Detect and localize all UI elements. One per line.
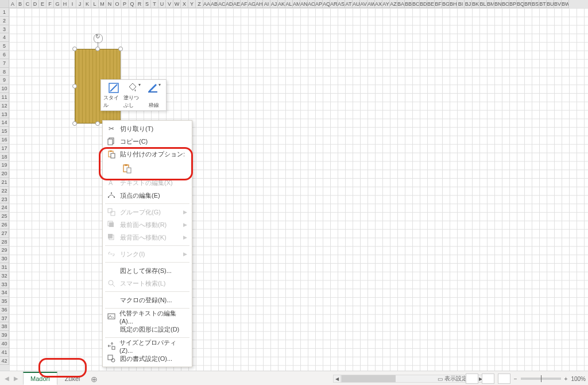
col-header[interactable]: BA [397,0,405,8]
col-header[interactable]: Z [196,0,203,8]
row-header[interactable]: 34 [0,288,9,297]
col-header[interactable]: L [91,0,99,8]
view-page-break-button[interactable] [498,374,510,384]
col-header[interactable]: AS [338,0,345,8]
row-header[interactable]: 35 [0,297,9,306]
col-header[interactable]: O [114,0,121,8]
row-header[interactable]: 39 [0,331,9,340]
row-header[interactable]: 31 [0,263,9,272]
row-header[interactable]: 11 [0,93,9,102]
col-header[interactable]: AM [293,0,300,8]
menu-alt-text[interactable]: 代替テキストの編集(A)... [103,310,192,323]
tab-nav-next-icon[interactable]: ▶ [13,375,20,382]
col-header[interactable]: K [84,0,91,8]
col-header[interactable]: N [106,0,114,8]
row-header[interactable]: 1 [0,8,9,17]
col-header[interactable]: AW [368,0,375,8]
col-header[interactable]: S [144,0,151,8]
col-header[interactable]: G [54,0,61,8]
col-header[interactable]: Q [129,0,136,8]
col-header[interactable]: AV [360,0,368,8]
col-header[interactable]: AU [353,0,360,8]
row-header[interactable]: 17 [0,144,9,153]
row-header[interactable]: 23 [0,195,9,204]
col-header[interactable]: AN [300,0,308,8]
col-header[interactable]: AJ [270,0,278,8]
row-header[interactable]: 41 [0,348,9,357]
col-header[interactable]: AQ [323,0,330,8]
outline-button[interactable]: ▾ 枠線 [144,82,164,109]
row-header[interactable]: 33 [0,280,9,289]
row-header[interactable]: 26 [0,221,9,229]
col-header[interactable]: BC [412,0,420,8]
resize-handle-tr[interactable] [118,47,123,51]
col-header[interactable]: C [24,0,32,8]
col-header[interactable]: F [47,0,54,8]
row-header[interactable]: 42 [0,357,9,365]
col-header[interactable]: BT [539,0,547,8]
col-header[interactable]: AI [263,0,270,8]
row-header[interactable]: 12 [0,102,9,110]
col-header[interactable]: D [32,0,39,8]
col-header[interactable]: P [121,0,129,8]
col-header[interactable]: AO [308,0,315,8]
col-header[interactable]: BE [427,0,435,8]
menu-copy[interactable]: コピー(C) [103,135,192,148]
col-header[interactable]: BG [442,0,450,8]
row-header[interactable]: 20 [0,170,9,178]
scroll-left-button[interactable]: ◀ [333,375,341,383]
style-button[interactable]: スタイル [103,82,123,109]
col-header[interactable]: AH [256,0,263,8]
col-header[interactable]: AK [278,0,285,8]
col-header[interactable]: BK [472,0,479,8]
row-header[interactable]: 2 [0,17,9,25]
col-header[interactable]: M [99,0,106,8]
col-header[interactable]: BL [479,0,487,8]
col-header[interactable]: AY [382,0,390,8]
row-header[interactable]: 15 [0,127,9,136]
col-header[interactable]: BJ [465,0,472,8]
paste-button[interactable] [120,161,134,175]
col-header[interactable]: BQ [517,0,524,8]
rotate-handle[interactable] [94,34,103,43]
row-header[interactable]: 24 [0,203,9,212]
zoom-slider[interactable] [521,378,561,380]
zoom-value[interactable]: 100% [571,376,586,382]
tab-nav-prev-icon[interactable]: ◀ [3,375,10,382]
tab-nav[interactable]: ◀ ▶ [0,375,23,382]
resize-handle-tl[interactable] [72,47,77,51]
col-header[interactable]: BH [450,0,457,8]
row-header[interactable]: 7 [0,59,9,68]
row-header[interactable]: 8 [0,68,9,76]
col-header[interactable]: AA [203,0,211,8]
resize-handle-l[interactable] [72,84,77,88]
col-header[interactable]: BU [547,0,554,8]
col-header[interactable]: BV [554,0,562,8]
row-header[interactable]: 25 [0,212,9,221]
row-header[interactable]: 18 [0,153,9,161]
col-header[interactable]: W [173,0,181,8]
col-header[interactable]: BN [494,0,502,8]
col-header[interactable]: AG [248,0,256,8]
view-page-layout-button[interactable] [482,374,494,384]
menu-assign-macro[interactable]: マクロの登録(N)... [103,294,192,306]
menu-size-properties[interactable]: サイズとプロパティ(Z)... [103,340,192,352]
row-header[interactable]: 28 [0,238,9,247]
col-header[interactable]: R [136,0,144,8]
col-header[interactable]: AF [241,0,248,8]
row-header[interactable]: 16 [0,136,9,144]
col-header[interactable]: B [17,0,24,8]
col-header[interactable]: H [61,0,69,8]
row-header[interactable]: 38 [0,322,9,331]
row-header[interactable]: 9 [0,76,9,84]
col-header[interactable]: AB [211,0,218,8]
row-header[interactable]: 40 [0,340,9,348]
menu-edit-points[interactable]: 頂点の編集(E) [103,189,192,202]
col-header[interactable]: BI [457,0,465,8]
row-header[interactable]: 21 [0,178,9,187]
col-header[interactable]: BD [420,0,427,8]
row-header[interactable]: 30 [0,255,9,263]
zoom-out-button[interactable]: − [514,376,517,382]
row-header[interactable]: 29 [0,246,9,255]
menu-cut[interactable]: ✂ 切り取り(T) [103,122,192,135]
